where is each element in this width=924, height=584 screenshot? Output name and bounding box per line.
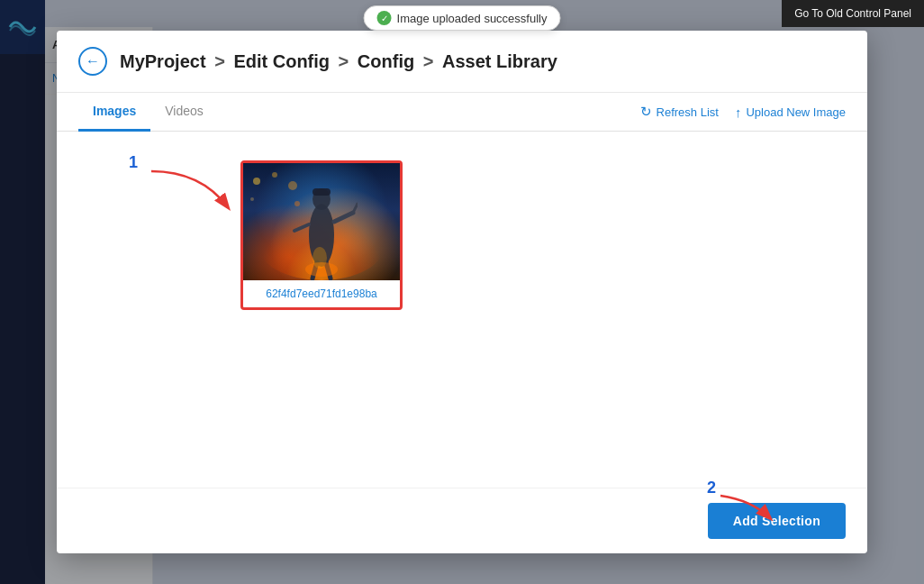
annotation-2-arrow bbox=[716, 491, 788, 536]
breadcrumb-part-3: Config bbox=[358, 51, 414, 71]
refresh-icon: ↻ bbox=[640, 104, 652, 120]
breadcrumb-sep-2: > bbox=[339, 51, 354, 71]
upload-new-image-button[interactable]: ↑ Upload New Image bbox=[735, 105, 846, 120]
modal-footer: 2 Add Selection bbox=[57, 488, 867, 553]
image-label-0: 62f4fd7eed71fd1e98ba bbox=[243, 280, 400, 307]
breadcrumb-part-4: Asset Library bbox=[442, 51, 557, 71]
toast-check-icon: ✓ bbox=[377, 11, 392, 25]
annotation-2-number: 2 bbox=[707, 479, 716, 497]
breadcrumb-sep-3: > bbox=[423, 51, 439, 71]
svg-point-13 bbox=[288, 181, 297, 190]
refresh-list-button[interactable]: ↻ Refresh List bbox=[640, 104, 719, 120]
svg-line-5 bbox=[353, 204, 358, 213]
tab-images[interactable]: Images bbox=[78, 93, 150, 132]
svg-rect-3 bbox=[313, 188, 331, 196]
tab-videos[interactable]: Videos bbox=[150, 93, 218, 132]
breadcrumb-sep-1: > bbox=[214, 51, 230, 71]
old-control-panel-button[interactable]: Go To Old Control Panel bbox=[782, 0, 924, 27]
upload-icon: ↑ bbox=[735, 105, 742, 120]
image-thumb-0 bbox=[243, 163, 400, 280]
svg-point-11 bbox=[253, 178, 260, 185]
tab-actions: ↻ Refresh List ↑ Upload New Image bbox=[640, 104, 846, 120]
annotation-2-container: 2 bbox=[707, 479, 716, 497]
breadcrumb-part-1: MyProject bbox=[120, 51, 206, 71]
annotation-1-container: 1 bbox=[129, 153, 138, 172]
image-card-0[interactable]: 62f4fd7eed71fd1e98ba bbox=[240, 160, 403, 310]
upload-new-image-label: Upload New Image bbox=[746, 105, 846, 119]
svg-point-14 bbox=[250, 197, 254, 201]
modal-header: ← MyProject > Edit Config > Config > Ass… bbox=[57, 31, 867, 93]
asset-library-modal: ← MyProject > Edit Config > Config > Ass… bbox=[57, 31, 867, 553]
modal-body: 1 bbox=[57, 132, 867, 488]
svg-point-10 bbox=[313, 247, 327, 269]
breadcrumb-part-2: Edit Config bbox=[233, 51, 330, 71]
back-button[interactable]: ← bbox=[78, 47, 107, 76]
bokeh-svg bbox=[248, 168, 302, 213]
toast-notification: ✓ Image uploaded successfully bbox=[364, 5, 561, 31]
toast-message: Image uploaded successfully bbox=[397, 12, 548, 25]
svg-point-15 bbox=[294, 201, 300, 206]
svg-line-6 bbox=[294, 224, 309, 231]
modal-overlay: ← MyProject > Edit Config > Config > Ass… bbox=[0, 0, 924, 584]
refresh-list-label: Refresh List bbox=[657, 105, 719, 119]
annotation-1-number: 1 bbox=[129, 153, 138, 171]
breadcrumb: MyProject > Edit Config > Config > Asset… bbox=[120, 51, 557, 72]
svg-point-12 bbox=[272, 172, 277, 178]
modal-tabs: Images Videos ↻ Refresh List ↑ Upload Ne… bbox=[57, 93, 867, 132]
svg-line-4 bbox=[334, 213, 353, 222]
annotation-1-arrow bbox=[147, 162, 255, 234]
